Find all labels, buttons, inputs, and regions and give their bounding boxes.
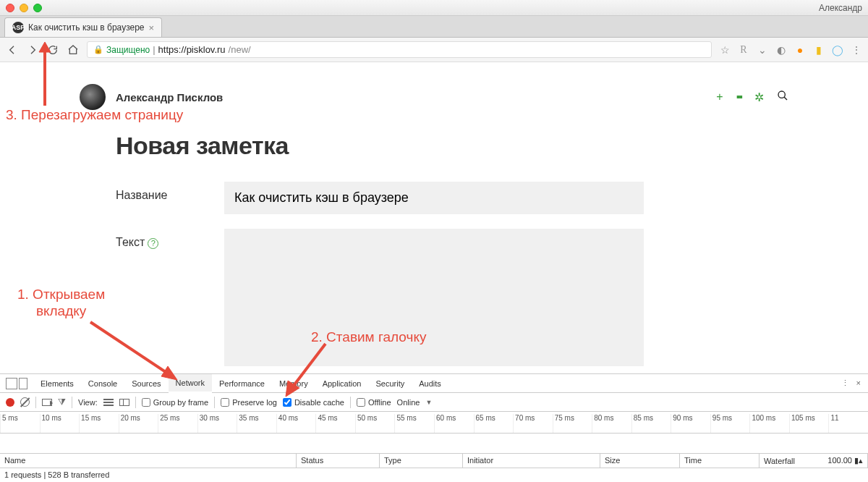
forward-button[interactable] <box>26 43 39 56</box>
svg-line-1 <box>784 97 787 100</box>
col-type[interactable]: Type <box>380 454 463 468</box>
devtools-tab-console[interactable]: Console <box>81 374 124 393</box>
timeline-tick: 40 ms <box>276 414 316 433</box>
timeline-tick: 35 ms <box>237 414 276 433</box>
name-input[interactable] <box>224 182 644 214</box>
star-icon[interactable]: ☆ <box>719 44 731 56</box>
screenshot-button[interactable] <box>42 399 52 406</box>
back-button[interactable] <box>6 43 19 56</box>
devtools-tab-performance[interactable]: Performance <box>212 374 272 393</box>
grid-icon[interactable]: ▪▪ <box>736 90 741 103</box>
timeline-tick: 25 ms <box>158 414 197 433</box>
group-by-frame-checkbox[interactable]: Group by frame <box>142 398 208 407</box>
profile-name: Александр <box>819 3 862 13</box>
view-frame-icon[interactable] <box>119 399 129 406</box>
browser-tabstrip: ASP Как очистить кэш в браузере × <box>0 16 868 38</box>
url-path: /new/ <box>229 44 251 55</box>
timeline-tick: 15 ms <box>79 414 119 433</box>
devtools-tab-memory[interactable]: Memory <box>272 374 315 393</box>
view-list-icon[interactable] <box>103 399 114 406</box>
pocket-icon[interactable]: ⌄ <box>757 44 768 56</box>
window-close[interactable] <box>6 4 14 12</box>
ext-r-icon[interactable]: R <box>738 44 749 56</box>
timeline-tick: 90 ms <box>671 414 710 433</box>
devtools-tab-network[interactable]: Network <box>169 374 212 393</box>
cloud-icon[interactable]: ◯ <box>832 44 843 56</box>
timeline-tick: 85 ms <box>631 414 671 433</box>
devtools-tab-sources[interactable]: Sources <box>124 374 168 393</box>
secure-label: Защищено <box>106 45 150 55</box>
col-initiator[interactable]: Initiator <box>463 454 600 468</box>
orange-dot-icon[interactable]: ● <box>794 44 806 56</box>
home-button[interactable] <box>67 43 80 56</box>
timeline-tick: 50 ms <box>355 414 395 433</box>
clear-button[interactable] <box>20 397 30 407</box>
gear-icon[interactable]: ✲ <box>754 90 764 104</box>
extension-icons: ☆ R ⌄ ◐ ● ▮ ◯ ⋮ <box>719 44 862 56</box>
page-title: Новая заметка <box>0 110 868 182</box>
offline-checkbox[interactable]: Offline <box>357 398 391 407</box>
devtools-tab-audits[interactable]: Audits <box>412 374 448 393</box>
address-bar[interactable]: 🔒 Защищено | https://pisklov.ru/new/ <box>87 41 712 58</box>
timeline-tick: 11 <box>828 414 868 433</box>
author-name: Александр Писклов <box>116 91 223 103</box>
reload-button[interactable] <box>46 43 59 56</box>
tab-title: Как очистить кэш в браузере <box>28 22 145 33</box>
record-button[interactable] <box>6 398 14 407</box>
help-icon[interactable]: ? <box>148 238 158 249</box>
view-label: View: <box>78 398 98 407</box>
devtools-tab-security[interactable]: Security <box>368 374 412 393</box>
label-text: Текст <box>116 236 145 248</box>
search-icon[interactable] <box>777 90 788 104</box>
window-zoom[interactable] <box>33 4 42 12</box>
timeline-tick: 10 ms <box>40 414 80 433</box>
timeline-tick: 45 ms <box>315 414 355 433</box>
timeline-tick: 95 ms <box>710 414 750 433</box>
devtools-tab-application[interactable]: Application <box>315 374 369 393</box>
info-icon[interactable]: ◐ <box>775 44 787 56</box>
col-time[interactable]: Time <box>680 454 760 468</box>
timeline-tick: 65 ms <box>474 414 514 433</box>
dropdown-icon[interactable]: ▼ <box>425 399 432 406</box>
col-size[interactable]: Size <box>600 454 680 468</box>
network-columns: Name Status Type Initiator Size Time Wat… <box>0 454 868 468</box>
add-icon[interactable]: + <box>716 90 723 103</box>
timeline-tick: 100 ms <box>749 414 789 433</box>
col-status[interactable]: Status <box>297 454 380 468</box>
col-waterfall[interactable]: Waterfall100.00 ▮▴ <box>760 454 868 468</box>
preserve-log-checkbox[interactable]: Preserve log <box>221 398 277 407</box>
menu-dots-icon[interactable]: ⋮ <box>851 44 862 56</box>
avatar[interactable] <box>80 84 106 110</box>
filter-icon[interactable]: ⧩ <box>58 397 66 408</box>
text-input[interactable] <box>224 229 644 366</box>
network-timeline[interactable]: 5 ms10 ms15 ms20 ms25 ms30 ms35 ms40 ms4… <box>0 412 868 434</box>
url-host: https://pisklov.ru <box>158 44 226 55</box>
network-toolbar: ⧩ View: Group by frame Preserve log Disa… <box>0 393 868 412</box>
browser-toolbar: 🔒 Защищено | https://pisklov.ru/new/ ☆ R… <box>0 38 868 62</box>
network-status-bar: 1 requests | 528 B transferred <box>0 468 868 482</box>
devtools-menu-icon[interactable]: ⋮ <box>841 379 849 388</box>
timeline-tick: 55 ms <box>394 414 434 433</box>
inspect-icon[interactable] <box>6 378 17 389</box>
tab-close-icon[interactable]: × <box>149 22 155 33</box>
devtools-close-icon[interactable]: × <box>856 379 861 388</box>
col-name[interactable]: Name <box>0 454 297 468</box>
svg-point-0 <box>778 91 785 98</box>
browser-tab[interactable]: ASP Как очистить кэш в браузере × <box>4 17 162 37</box>
timeline-tick: 80 ms <box>592 414 631 433</box>
tab-favicon: ASP <box>12 22 24 33</box>
window-minimize[interactable] <box>20 4 28 12</box>
timeline-tick: 30 ms <box>197 414 237 433</box>
disable-cache-checkbox[interactable]: Disable cache <box>283 398 344 407</box>
timeline-tick: 70 ms <box>513 414 553 433</box>
throttle-select[interactable]: Online <box>397 398 420 407</box>
timeline-tick: 105 ms <box>789 414 829 433</box>
timeline-tick: 5 ms <box>0 414 40 433</box>
page-content: Александр Писклов + ▪▪ ✲ Новая заметка Н… <box>0 62 868 366</box>
devtools-tab-elements[interactable]: Elements <box>33 374 81 393</box>
timeline-tick: 20 ms <box>119 414 158 433</box>
yellow-stick-icon[interactable]: ▮ <box>813 44 825 56</box>
device-icon[interactable] <box>19 378 27 389</box>
mac-titlebar: Александр <box>0 0 868 16</box>
label-name: Название <box>116 182 224 202</box>
